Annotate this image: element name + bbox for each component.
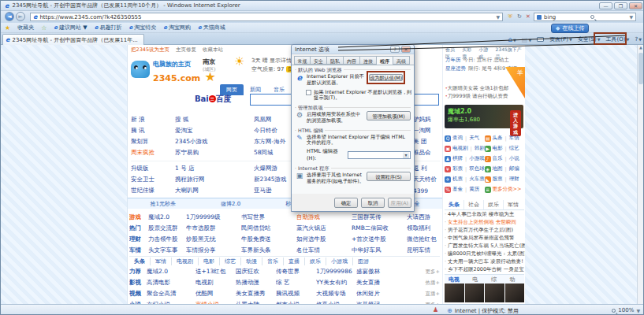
site-link[interactable]: 2345小游戏 — [175, 138, 254, 146]
quick-link[interactable]: 军情 — [509, 135, 519, 142]
default-browser-checkbox[interactable]: 如果 Internet Explorer 不是默认浏览器，则提示我(T)。 — [306, 89, 413, 102]
site-link[interactable]: 周末疯抢 — [131, 149, 175, 157]
site-link[interactable]: 如何选牛股 — [296, 235, 352, 243]
site-link[interactable]: 优酷网 — [195, 290, 236, 298]
site-link[interactable]: 魔域2.0 — [147, 268, 195, 276]
home-button[interactable]: ⌂▼ — [508, 35, 516, 43]
site-link[interactable]: 大视频专场 — [316, 290, 356, 298]
site-link[interactable]: 搜 狐 — [175, 116, 254, 124]
dialog-title-bar[interactable]: Internet 选项 ? ✕ — [292, 45, 414, 54]
quick-link[interactable]: 双色球 — [469, 165, 484, 172]
site-link[interactable]: 一淘网 — [413, 127, 440, 135]
favorites-star-icon[interactable]: ★ — [5, 24, 10, 32]
site-link[interactable]: 大喇叭网 — [175, 187, 254, 195]
headline-link[interactable]: 男子花百万代孕生子之后(图) — [445, 226, 525, 234]
headline-tab[interactable]: 军情 — [504, 200, 523, 209]
dialog-tab[interactable]: 内容 — [344, 56, 360, 65]
headline-tab[interactable]: 娱乐 — [484, 200, 504, 209]
minimize-button[interactable]: — — [599, 2, 612, 9]
site-link[interactable]: 大话西游 — [407, 213, 440, 221]
site-link[interactable]: 盛宴傲林 — [356, 268, 416, 276]
game-banner-ad[interactable]: 魔域2.0 爆率击1,680 进入游戏 — [445, 105, 523, 128]
site-link[interactable]: 安全卫士 — [131, 176, 175, 183]
tab-2345[interactable]: e 2345网址导航 - 开创中国百年品牌（已发展11年... — [2, 34, 144, 45]
page-scrollbar[interactable]: ▲ — [637, 45, 644, 304]
site-link[interactable]: 聚划算 — [131, 138, 175, 146]
quick-link[interactable]: 彩票 — [452, 165, 463, 172]
site-link[interactable]: 传奇世界 — [276, 268, 316, 276]
site-link[interactable]: 车情报分享 — [186, 246, 241, 254]
favorite-link[interactable]: 淘宝特卖 — [128, 24, 156, 32]
category-tab[interactable]: 音乐 — [262, 258, 284, 265]
horoscope-line[interactable]: 星座运势限行: 尾号 4和9 查询 — [445, 65, 517, 72]
air-quality[interactable]: 空气质量: 97 良 — [251, 65, 294, 73]
quick-link[interactable]: 理财 — [509, 176, 519, 183]
site-link[interactable]: 1 号 店 — [175, 165, 254, 172]
favorite-suggested-sites[interactable]: 建议网站 ▼ — [54, 24, 87, 32]
site-link[interactable]: 炒股黑无忧 — [186, 235, 241, 243]
dialog-tab[interactable]: 连接 — [360, 56, 377, 65]
promo-link[interactable]: 抢1元秒杀 — [151, 200, 176, 208]
headline-tab[interactable]: 头条 — [445, 200, 464, 209]
set-homepage-link[interactable]: 把2345设为主页 — [131, 46, 169, 54]
site-link[interactable]: 热播动漫 — [236, 279, 276, 287]
refresh-link[interactable]: 更多+ — [426, 269, 440, 276]
video-thumb[interactable] — [465, 284, 485, 302]
dialog-help-button[interactable]: ? — [390, 46, 400, 53]
site-link[interactable]: 书写世界 — [241, 213, 296, 221]
site-link[interactable]: 国庆狂欢 — [236, 268, 276, 276]
category-tab[interactable]: 直播 — [284, 258, 305, 265]
back-button[interactable]: ◄ — [5, 12, 14, 21]
html-editor-select[interactable] — [348, 151, 411, 159]
quick-link[interactable]: 更多分类>> — [493, 186, 522, 193]
bookmark-site-link[interactable]: 收藏本站 — [203, 46, 223, 54]
search-icon[interactable] — [590, 15, 594, 19]
quick-link[interactable]: 查询 — [452, 135, 463, 142]
site-link[interactable]: 名仕车情 — [296, 246, 352, 254]
dialog-close-button[interactable]: ✕ — [401, 46, 411, 53]
promo-link[interactable]: 微博2.0 — [221, 200, 240, 208]
dialog-tab[interactable]: 隐私 — [327, 56, 344, 65]
site-link[interactable]: 升级版 — [131, 165, 175, 172]
quick-link[interactable]: 头条 — [493, 135, 503, 142]
quick-link[interactable]: 邮编 — [509, 165, 519, 172]
site-link[interactable]: 美 团 — [413, 138, 440, 146]
favorite-link[interactable]: 天猫商城 — [198, 24, 225, 32]
quick-link[interactable]: 电视剧 — [452, 145, 468, 152]
refresh-link[interactable]: 热播+ — [426, 280, 440, 287]
site-link[interactable]: 1刀9999986 — [316, 268, 356, 276]
quick-link[interactable]: 电影 — [493, 145, 503, 152]
site-link[interactable]: 返 利 — [413, 165, 440, 172]
dialog-tab[interactable]: 高级 — [393, 56, 410, 65]
video-thumb[interactable] — [485, 284, 504, 302]
site-link[interactable]: 腾讯视频 — [276, 290, 316, 298]
video-thumb[interactable] — [445, 284, 464, 302]
enter-game-button[interactable]: 进入游戏 — [510, 110, 521, 136]
headline-link[interactable]: 4年人事已非政策 楼市稳为主 — [445, 210, 525, 218]
category-tab[interactable]: 电影 — [199, 258, 220, 265]
dialog-tab[interactable]: 常规 — [294, 56, 311, 65]
site-link[interactable]: 休闲短片 — [356, 290, 416, 298]
close-button[interactable]: ✕ — [629, 2, 642, 9]
site-link[interactable]: 驴妈妈 — [413, 116, 440, 124]
site-link[interactable]: 电视剧 — [195, 279, 236, 287]
quick-link[interactable]: 综艺 — [509, 145, 519, 152]
page-menu-button[interactable]: 页面(P)▼ — [549, 35, 572, 43]
quick-link[interactable]: 黄历 — [469, 186, 479, 193]
search-dropdown-icon[interactable]: ▼ — [629, 14, 633, 20]
site-link[interactable]: 股票交流群 — [148, 224, 186, 232]
quick-link[interactable]: 棋牌 — [452, 155, 463, 162]
site-link[interactable]: +首次送牛股 — [352, 235, 407, 243]
site-link[interactable]: 民间借贷站 — [241, 224, 296, 232]
site-link[interactable]: 魔域2.0 — [148, 213, 186, 221]
quick-link[interactable]: 韩剧 — [475, 145, 485, 152]
ad-line[interactable]: ·刀9999级 请自行确认资费 — [445, 92, 508, 100]
add-favorite-icon[interactable]: ☆ — [41, 24, 47, 32]
category-tab[interactable]: 娱乐 — [305, 258, 326, 265]
site-link[interactable]: 苏宁易购 — [175, 149, 254, 157]
address-bar[interactable]: e https://www.2345.com/?k426350555 ▼ — [30, 13, 503, 21]
headline-link[interactable]: 乡下不起眼2000年古树 一身是宝 — [445, 265, 525, 273]
zoom-control[interactable]: 100% ▼ — [612, 307, 640, 313]
category-tab[interactable]: 电视剧 — [172, 258, 199, 265]
dialog-tab[interactable]: 安全 — [311, 56, 327, 65]
